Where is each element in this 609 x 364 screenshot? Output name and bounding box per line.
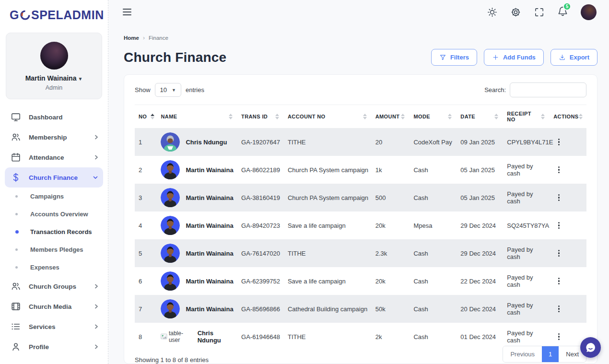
cell-receipt-no: Payed by cash [503,239,550,267]
row-actions-menu-icon[interactable] [553,248,564,258]
cell-date: 20 Dec 2024 [457,295,503,323]
cell-no: 6 [135,267,157,295]
theme-toggle-icon[interactable] [487,7,498,18]
cell-mode: Cash [410,239,457,267]
profile-role: Admin [11,84,97,91]
row-actions-menu-icon[interactable] [553,164,564,175]
pagination-previous[interactable]: Previous [503,346,542,362]
sidebar-item-expenses[interactable]: Expenses [0,258,108,276]
cell-name: Martin Wainaina [157,267,237,295]
sidebar-item-transaction-records[interactable]: Transaction Records [0,223,108,241]
row-actions-menu-icon[interactable] [553,192,564,203]
settings-icon[interactable] [510,7,521,18]
finance-table-card: Show 10▼ entries Search: NONAMETRANS IDA… [124,74,597,364]
cell-name: Martin Wainaina [157,295,237,323]
member-avatar [161,160,180,179]
cell-amount: 20k [372,211,410,239]
cell-name: Martin Wainaina [157,239,237,267]
cell-trans-id: GA-61946648 [237,323,284,351]
column-header-name[interactable]: NAME [157,105,237,129]
sidebar-item-church-media[interactable]: Church Media [0,296,108,317]
table-row: 6Martin WainainaGA-62399752Save a life c… [135,267,586,295]
cell-actions [550,295,586,323]
row-actions-menu-icon[interactable] [553,331,564,342]
table-row: 4Martin WainainaGA-89420723Save a life c… [135,211,586,239]
column-header-mode[interactable]: MODE [410,105,457,129]
search-label: Search: [484,86,506,94]
cell-actions [550,128,586,156]
cell-receipt-no: Payed by cash [503,295,550,323]
hamburger-menu-icon[interactable] [123,7,131,17]
caret-down-icon: ▼ [78,76,82,82]
profile-name-dropdown[interactable]: Martin Wainaina▼ [11,74,97,82]
column-header-trans-id[interactable]: TRANS ID [237,105,284,129]
breadcrumb-home-link[interactable]: Home [124,35,139,41]
profile-avatar [40,42,68,70]
member-name: Martin Wainaina [186,222,233,229]
cell-no: 8 [135,323,157,351]
table-row: 3Martin WainainaGA-38160419Church PA Sys… [135,184,586,211]
showing-entries-text: Showing 1 to 8 of 8 entries [135,352,209,364]
breadcrumb-current: Finance [149,35,168,41]
fullscreen-icon[interactable] [534,7,545,18]
plus-icon [492,54,499,61]
column-header-receipt-no[interactable]: RECEIPT NO [503,105,550,129]
row-actions-menu-icon[interactable] [553,276,564,286]
notifications-button[interactable]: 5 [557,6,568,19]
member-name: Chris Ndungu [198,329,234,344]
cell-account-no: Church PA System campaign [284,156,372,184]
breadcrumb-separator: › [143,35,145,41]
pagination: Previous 1 Next [503,346,586,363]
sidebar: GSPELADMIN Martin Wainaina▼ Admin Dashbo… [0,0,108,364]
filters-button[interactable]: Filters [431,49,477,66]
row-actions-menu-icon[interactable] [553,304,564,314]
sidebar-item-membership[interactable]: Membership [0,127,108,147]
cell-no: 7 [135,295,157,323]
cell-account-no: TITHE [284,128,372,156]
column-header-no[interactable]: NO [135,105,157,129]
column-header-actions[interactable]: ACTIONS [550,105,586,129]
sort-icon [275,114,281,119]
content: Home › Finance Church Finance Filters Ad… [108,24,609,364]
member-avatar [161,216,180,235]
cell-name: Chris Ndungu [157,128,237,156]
chat-widget-button[interactable] [580,337,601,358]
sort-icon [151,114,156,119]
member-avatar [161,188,180,207]
film-icon [11,301,21,312]
export-button[interactable]: Export [550,49,597,66]
cell-name: Martin Wainaina [157,211,237,239]
user-avatar[interactable] [581,4,597,20]
sidebar-item-accounts-overview[interactable]: Accounts Overview [0,205,108,223]
sidebar-item-services[interactable]: Services [0,317,108,337]
user-icon [11,341,21,352]
cell-receipt-no: Payed by cash [503,184,550,211]
entries-select[interactable]: 10▼ [155,83,181,97]
add-funds-button[interactable]: Add Funds [484,49,544,66]
cell-receipt-no: Payed by cash [503,267,550,295]
app-root: GSPELADMIN Martin Wainaina▼ Admin Dashbo… [0,0,609,364]
column-header-amount[interactable]: AMOUNT [372,105,410,129]
sidebar-item-attendance[interactable]: Attendance [0,147,108,167]
brand-logo[interactable]: GSPELADMIN [0,0,108,22]
sidebar-item-church-finance[interactable]: Church Finance [5,167,103,188]
cell-trans-id: GA-62399752 [237,267,284,295]
cell-actions [550,267,586,295]
row-actions-menu-icon[interactable] [553,137,564,147]
row-actions-menu-icon[interactable] [553,220,564,231]
cell-mode: Cash [410,323,457,351]
monitor-icon [11,112,21,122]
sidebar-item-dashboard[interactable]: Dashboard [0,107,108,127]
column-header-account-no[interactable]: ACCOUNT NO [284,105,372,129]
sidebar-item-campaigns[interactable]: Campaigns [0,188,108,205]
avatar-alt-text: table-user [169,330,192,343]
sidebar-item-profile[interactable]: Profile [0,337,108,357]
column-header-date[interactable]: DATE [457,105,503,129]
sidebar-item-church-groups[interactable]: Church Groups [0,276,108,296]
cell-actions [550,239,586,267]
pagination-page-1[interactable]: 1 [542,346,559,362]
sidebar-menu: DashboardMembershipAttendanceChurch Fina… [0,107,108,357]
sidebar-item-members-pledges[interactable]: Members Pledges [0,241,108,258]
search-input[interactable] [510,82,586,97]
cell-amount: 2k [372,323,410,351]
